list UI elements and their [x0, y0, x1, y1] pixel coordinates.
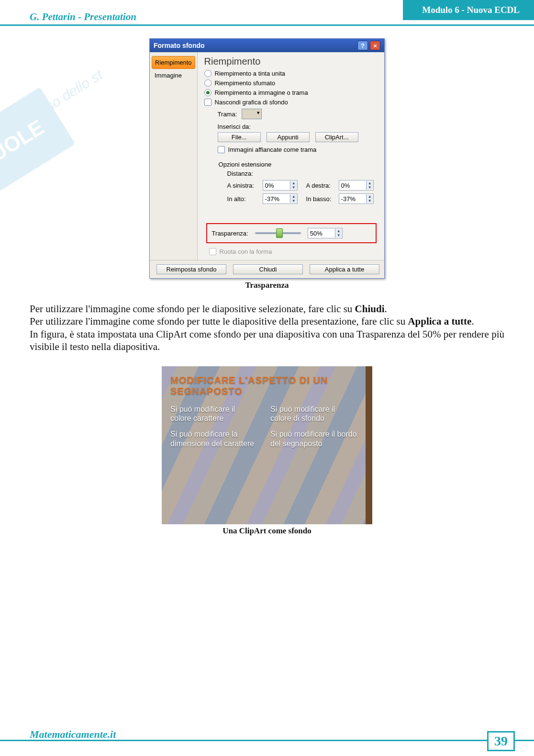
- stretch-options: Opzioni estensione Distanza: A sinistra:…: [214, 157, 378, 209]
- para1-a: Per utilizzare l'immagine come sfondo pe…: [30, 303, 355, 315]
- para3: In figura, è stata impostata una ClipArt…: [30, 328, 504, 352]
- pane-title: Riempimento: [204, 56, 378, 67]
- checkbox-icon: [204, 99, 211, 106]
- rotate-label: Ruota con la forma: [220, 248, 272, 255]
- slide-l1: Si può modificare il colore carattere: [170, 405, 257, 423]
- para1-c: .: [384, 303, 387, 315]
- offset-right-spin[interactable]: ▲▼: [339, 180, 374, 191]
- spinner-arrows-icon[interactable]: ▲▼: [290, 181, 297, 190]
- check-hidebg-row[interactable]: Nascondi grafica di sfondo: [204, 99, 378, 106]
- transparency-slider[interactable]: [255, 232, 301, 234]
- figure1-caption: Trasparenza: [0, 281, 534, 290]
- offset-right-label: A destra:: [306, 182, 335, 189]
- para1-bold: Chiudi: [355, 303, 385, 315]
- radio-picture-label: Riempimento a immagine o trama: [215, 89, 308, 96]
- checkbox-icon: [218, 146, 225, 153]
- spinner-arrows-icon[interactable]: ▲▼: [335, 229, 342, 237]
- offset-left-spin[interactable]: ▲▼: [263, 180, 298, 191]
- offset-bottom-label: In basso:: [306, 195, 335, 203]
- para2-c: .: [471, 316, 474, 327]
- offset-left-input[interactable]: [263, 181, 290, 190]
- page-footer: Matematicamente.it 39: [0, 728, 534, 753]
- offset-bottom-spin[interactable]: ▲▼: [339, 193, 374, 204]
- insert-from-label: Inserisci da:: [218, 123, 378, 130]
- clipart-button[interactable]: ClipArt...: [315, 132, 358, 142]
- close-dialog-button[interactable]: Chiudi: [233, 264, 303, 274]
- spinner-arrows-icon[interactable]: ▲▼: [366, 194, 373, 203]
- slide-col-right: Si può modificare il colore di sfondo Si…: [270, 405, 357, 455]
- dialog-title: Formato sfondo: [154, 42, 205, 49]
- radio-solid-row[interactable]: Riempimento a tinta unita: [204, 70, 378, 77]
- offset-bottom-input[interactable]: [339, 194, 366, 203]
- offset-top-input[interactable]: [263, 194, 290, 203]
- header-module: Modulo 6 - Nuova ECDL: [403, 0, 534, 20]
- tile-row[interactable]: Immagini affiancate come trama: [218, 146, 378, 153]
- clipboard-button[interactable]: Appunti: [267, 132, 310, 142]
- offset-left-label: A sinistra:: [227, 182, 259, 189]
- check-hidebg-label: Nascondi grafica di sfondo: [215, 99, 288, 106]
- page-header: Modulo 6 - Nuova ECDL G. Pettarin - Pres…: [0, 0, 534, 26]
- dialog-titlebar[interactable]: Formato sfondo ? ×: [150, 39, 384, 52]
- transparency-spin[interactable]: ▲▼: [308, 228, 343, 238]
- radio-icon: [204, 70, 211, 77]
- radio-picture-row[interactable]: Riempimento a immagine o trama: [204, 89, 378, 96]
- footer-page-number: 39: [487, 731, 515, 751]
- offset-right-input[interactable]: [339, 181, 366, 190]
- dialog-footer: Reimposta sfondo Chiudi Applica a tutte: [150, 260, 384, 278]
- offset-top-label: In alto:: [227, 195, 259, 203]
- slide-r2: Si può modificare il bordo del segnapost…: [270, 429, 357, 448]
- spinner-arrows-icon[interactable]: ▲▼: [290, 194, 297, 203]
- texture-dropdown[interactable]: [242, 109, 262, 119]
- slide-title: MODIFICARE L'ASPETTO DI UN SEGNAPOSTO: [170, 375, 357, 397]
- transparency-label: Trasparenza:: [212, 230, 248, 237]
- figure2-caption: Una ClipArt come sfondo: [0, 526, 534, 536]
- header-author: G. Pettarin - Presentation: [30, 11, 136, 23]
- offset-top-spin[interactable]: ▲▼: [263, 193, 298, 204]
- tile-label: Immagini affiancate come trama: [228, 146, 317, 153]
- radio-gradient-row[interactable]: Riempimento sfumato: [204, 79, 378, 87]
- radio-solid-label: Riempimento a tinta unita: [215, 70, 285, 77]
- slide-preview: MODIFICARE L'ASPETTO DI UN SEGNAPOSTO Si…: [162, 366, 372, 524]
- radio-icon: [204, 79, 211, 87]
- slider-thumb-icon[interactable]: [276, 228, 283, 238]
- texture-label: Trama:: [218, 111, 237, 118]
- tab-fill[interactable]: Riempimento: [152, 56, 195, 69]
- para2-bold: Applica a tutte: [408, 316, 471, 327]
- body-text: Per utilizzare l'immagine come sfondo pe…: [30, 303, 504, 353]
- slide-col-left: Si può modificare il colore carattere Si…: [170, 405, 257, 455]
- transparency-highlight: Trasparenza: ▲▼: [206, 223, 377, 243]
- transparency-input[interactable]: [308, 229, 335, 237]
- para2-a: Per utilizzare l'immagine come sfondo pe…: [30, 316, 408, 327]
- slide-r1: Si può modificare il colore di sfondo: [270, 405, 357, 423]
- slide-l2: Si può modificare la dimensione del cara…: [170, 429, 257, 448]
- footer-site: Matematicamente.it: [30, 728, 116, 741]
- header-rule: [0, 24, 534, 26]
- format-background-dialog: Formato sfondo ? × Riempimento Immagine …: [149, 38, 385, 279]
- rotate-row: Ruota con la forma: [209, 248, 378, 255]
- file-button[interactable]: File...: [218, 132, 261, 142]
- dialog-pane: Riempimento Riempimento a tinta unita Ri…: [198, 52, 385, 260]
- footer-rule: [0, 740, 534, 741]
- tab-image[interactable]: Immagine: [150, 69, 197, 82]
- reset-background-button[interactable]: Reimposta sfondo: [156, 264, 226, 274]
- radio-gradient-label: Riempimento sfumato: [215, 79, 275, 87]
- close-button[interactable]: ×: [370, 41, 380, 50]
- distance-label: Distanza:: [227, 170, 374, 177]
- radio-icon: [204, 89, 211, 96]
- help-button[interactable]: ?: [357, 41, 368, 50]
- checkbox-icon: [209, 248, 216, 255]
- dialog-tabs: Riempimento Immagine: [150, 52, 198, 260]
- stretch-options-label: Opzioni estensione: [219, 161, 374, 168]
- spinner-arrows-icon[interactable]: ▲▼: [366, 181, 373, 190]
- apply-all-button[interactable]: Applica a tutte: [310, 264, 379, 274]
